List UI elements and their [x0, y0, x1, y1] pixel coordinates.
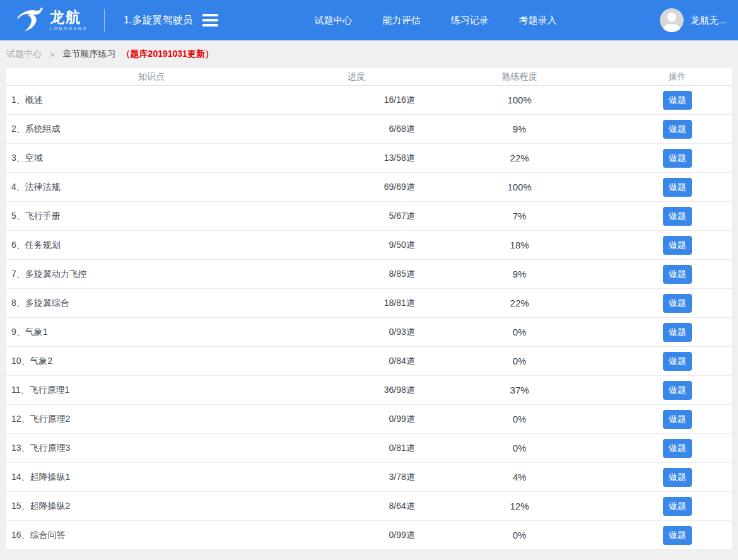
progress-value: 0/99道	[296, 414, 416, 425]
progress-value: 0/99道	[296, 530, 416, 541]
nav-item-question-center[interactable]: 试题中心	[314, 15, 352, 26]
progress-value: 0/81道	[296, 443, 416, 454]
do-exercise-button[interactable]: 做题	[663, 352, 692, 371]
do-exercise-button[interactable]: 做题	[663, 236, 692, 255]
proficiency-value: 0%	[416, 530, 623, 540]
action-cell: 做题	[623, 294, 732, 313]
do-exercise-button[interactable]: 做题	[663, 526, 692, 545]
action-cell: 做题	[623, 149, 732, 168]
column-header-action: 操作	[623, 71, 732, 83]
progress-value: 9/50道	[296, 240, 416, 251]
table-row: 4、法律法规 69/69道 100% 做题	[6, 173, 732, 202]
proficiency-value: 0%	[416, 443, 623, 453]
do-exercise-button[interactable]: 做题	[663, 120, 692, 139]
table-row: 16、综合问答 0/99道 0% 做题	[6, 521, 732, 550]
longhang-logo[interactable]: 龙航 LONGHANG	[14, 5, 88, 35]
logo-en-text: LONGHANG	[50, 26, 88, 31]
nav-item-ability-assessment[interactable]: 能力评估	[382, 15, 420, 26]
table-row: 2、系统组成 6/68道 9% 做题	[6, 115, 732, 144]
proficiency-value: 22%	[416, 298, 623, 308]
do-exercise-button[interactable]: 做题	[663, 149, 692, 168]
knowledge-point-label: 16、综合问答	[6, 530, 296, 541]
progress-value: 8/85道	[296, 269, 416, 280]
proficiency-value: 9%	[416, 269, 623, 279]
knowledge-point-label: 13、飞行原理3	[6, 443, 296, 454]
table-row: 6、任务规划 9/50道 18% 做题	[6, 231, 732, 260]
longhang-logo-icon	[14, 5, 45, 35]
progress-value: 16/16道	[296, 95, 416, 106]
table-row: 9、气象1 0/93道 0% 做题	[6, 318, 732, 347]
progress-value: 18/81道	[296, 298, 416, 309]
table-row: 5、飞行手册 5/67道 7% 做题	[6, 202, 732, 231]
column-header-proficiency: 熟练程度	[416, 71, 623, 83]
breadcrumb-root-link[interactable]: 试题中心	[6, 49, 42, 60]
action-cell: 做题	[623, 207, 732, 226]
action-cell: 做题	[623, 410, 732, 429]
column-header-progress: 进度	[296, 71, 416, 83]
knowledge-point-label: 1、概述	[6, 95, 296, 106]
action-cell: 做题	[623, 468, 732, 487]
table-row: 1、概述 16/16道 100% 做题	[6, 86, 732, 115]
action-cell: 做题	[623, 91, 732, 110]
menu-icon[interactable]	[202, 14, 218, 26]
table-row: 12、飞行原理2 0/99道 0% 做题	[6, 405, 732, 434]
do-exercise-button[interactable]: 做题	[663, 468, 692, 487]
proficiency-value: 4%	[416, 472, 623, 482]
progress-value: 36/98道	[296, 385, 416, 396]
knowledge-point-label: 5、飞行手册	[6, 211, 296, 222]
do-exercise-button[interactable]: 做题	[663, 265, 692, 284]
header-divider	[104, 9, 105, 32]
action-cell: 做题	[623, 120, 732, 139]
knowledge-point-label: 6、任务规划	[6, 240, 296, 251]
knowledge-point-label: 2、系统组成	[6, 124, 296, 135]
action-cell: 做题	[623, 439, 732, 458]
do-exercise-button[interactable]: 做题	[663, 91, 692, 110]
logo-cn-text: 龙航	[50, 10, 88, 25]
course-selector[interactable]: 1.多旋翼驾驶员	[124, 14, 192, 27]
table-row: 10、气象2 0/84道 0% 做题	[6, 347, 732, 376]
breadcrumb: 试题中心 > 章节顺序练习 （题库20191031更新）	[0, 40, 738, 68]
knowledge-point-label: 10、气象2	[6, 356, 296, 367]
do-exercise-button[interactable]: 做题	[663, 294, 692, 313]
progress-value: 3/78道	[296, 472, 416, 483]
breadcrumb-separator: >	[50, 50, 55, 59]
knowledge-point-label: 11、飞行原理1	[6, 385, 296, 396]
nav-item-practice-records[interactable]: 练习记录	[450, 15, 488, 26]
proficiency-value: 9%	[416, 124, 623, 134]
progress-value: 69/69道	[296, 182, 416, 193]
do-exercise-button[interactable]: 做题	[663, 410, 692, 429]
do-exercise-button[interactable]: 做题	[663, 439, 692, 458]
action-cell: 做题	[623, 236, 732, 255]
progress-value: 6/68道	[296, 124, 416, 135]
nav-item-exam-entry[interactable]: 考题录入	[518, 15, 556, 26]
do-exercise-button[interactable]: 做题	[663, 323, 692, 342]
knowledge-point-label: 14、起降操纵1	[6, 472, 296, 483]
proficiency-value: 0%	[416, 327, 623, 337]
progress-value: 0/84道	[296, 356, 416, 367]
progress-value: 13/58道	[296, 153, 416, 164]
do-exercise-button[interactable]: 做题	[663, 178, 692, 197]
action-cell: 做题	[623, 323, 732, 342]
table-row: 8、多旋翼综合 18/81道 22% 做题	[6, 289, 732, 318]
breadcrumb-current: 章节顺序练习	[63, 49, 116, 60]
knowledge-point-label: 9、气象1	[6, 327, 296, 338]
proficiency-value: 0%	[416, 356, 623, 366]
proficiency-value: 37%	[416, 385, 623, 395]
knowledge-point-label: 12、飞行原理2	[6, 414, 296, 425]
table-row: 14、起降操纵1 3/78道 4% 做题	[6, 463, 732, 492]
action-cell: 做题	[623, 178, 732, 197]
knowledge-point-label: 15、起降操纵2	[6, 501, 296, 512]
progress-value: 0/93道	[296, 327, 416, 338]
do-exercise-button[interactable]: 做题	[663, 207, 692, 226]
user-avatar[interactable]	[660, 8, 684, 32]
proficiency-value: 22%	[416, 153, 623, 163]
progress-value: 8/64道	[296, 501, 416, 512]
proficiency-value: 18%	[416, 240, 623, 250]
action-cell: 做题	[623, 352, 732, 371]
chapter-practice-table: 知识点 进度 熟练程度 操作 1、概述 16/16道 100% 做题 2、系统组…	[6, 68, 732, 550]
progress-value: 5/67道	[296, 211, 416, 222]
username-label[interactable]: 龙航无...	[690, 15, 727, 26]
do-exercise-button[interactable]: 做题	[663, 497, 692, 516]
do-exercise-button[interactable]: 做题	[663, 381, 692, 400]
main-nav: 试题中心 能力评估 练习记录 考题录入	[314, 15, 556, 26]
